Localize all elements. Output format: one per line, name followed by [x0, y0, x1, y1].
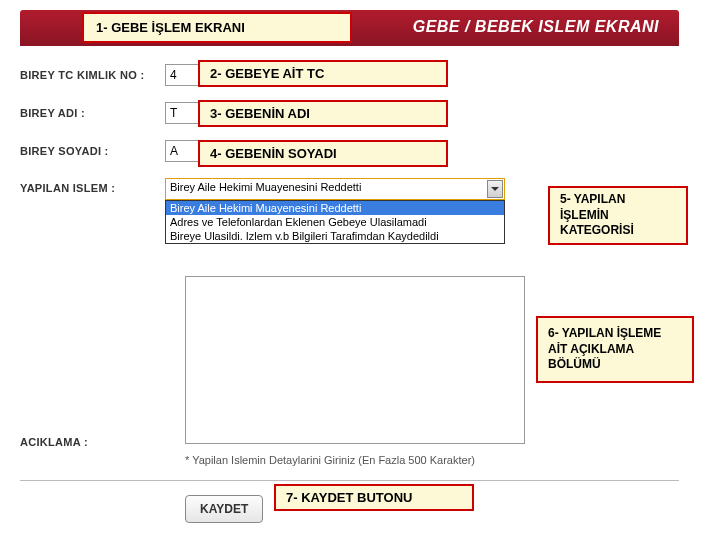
annotation-1: 1- GEBE İŞLEM EKRANI [82, 12, 352, 43]
annotation-6: 6- YAPILAN İŞLEME AİT AÇIKLAMA BÖLÜMÜ [536, 316, 694, 383]
label-surname: BIREY SOYADI : [20, 145, 165, 157]
label-tc: BIREY TC KIMLIK NO : [20, 69, 165, 81]
description-textarea[interactable] [185, 276, 525, 444]
annotation-4: 4- GEBENİN SOYADI [198, 140, 448, 167]
save-button[interactable]: KAYDET [185, 495, 263, 523]
dropdown-option[interactable]: Bireye Ulasildi. Izlem v.b Bilgileri Tar… [166, 229, 504, 243]
annotation-2: 2- GEBEYE AİT TC [198, 60, 448, 87]
label-operation: YAPILAN ISLEM : [20, 178, 165, 194]
operation-select[interactable]: Birey Aile Hekimi Muayenesini Reddetti [165, 178, 505, 200]
label-name: BIREY ADI : [20, 107, 165, 119]
hint-text: * Yapilan Islemin Detaylarini Giriniz (E… [185, 448, 679, 466]
page-title: GEBE / BEBEK ISLEM EKRANI [413, 18, 659, 36]
annotation-5: 5- YAPILAN İŞLEMİN KATEGORİSİ [548, 186, 688, 245]
annotation-7: 7- KAYDET BUTONU [274, 484, 474, 511]
dropdown-option[interactable]: Birey Aile Hekimi Muayenesini Reddetti [166, 201, 504, 215]
dropdown-option[interactable]: Adres ve Telefonlardan Eklenen Gebeye Ul… [166, 215, 504, 229]
operation-dropdown: Birey Aile Hekimi Muayenesini Reddetti A… [165, 200, 505, 244]
annotation-3: 3- GEBENİN ADI [198, 100, 448, 127]
divider [20, 480, 679, 481]
label-description: ACIKLAMA : [20, 216, 165, 448]
